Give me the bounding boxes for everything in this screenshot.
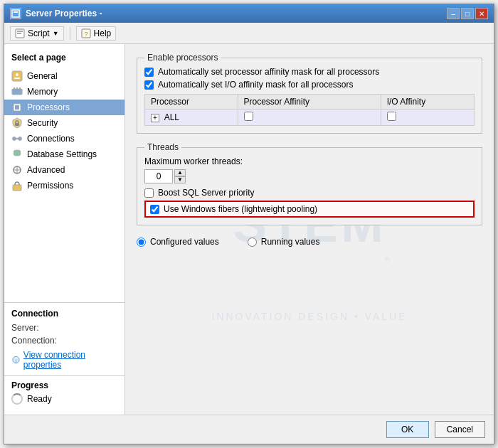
spinner-buttons: ▲ ▼ (174, 169, 186, 183)
processor-table: Processor Processor Affinity I/O Affinit… (144, 94, 475, 126)
affinity-mask-label: Automatically set processor affinity mas… (158, 67, 379, 77)
script-button[interactable]: Script ▼ (10, 26, 64, 41)
sidebar-label-memory: Memory (27, 87, 58, 97)
svg-rect-11 (14, 87, 15, 89)
spinner-up[interactable]: ▲ (174, 169, 186, 176)
server-label: Server: (11, 323, 39, 333)
sidebar-item-advanced[interactable]: Advanced (4, 162, 124, 178)
configured-radio[interactable] (137, 238, 146, 247)
sidebar-item-permissions[interactable]: Permissions (4, 178, 124, 193)
window-title: Server Properties - (26, 9, 102, 18)
svg-point-25 (14, 153, 21, 156)
svg-text:?: ? (84, 31, 88, 38)
svg-rect-12 (16, 87, 18, 89)
svg-rect-13 (19, 87, 21, 89)
title-bar: Server Properties - – □ ✕ (4, 4, 494, 23)
max-worker-spinner: ▲ ▼ (144, 169, 475, 183)
connection-label: Connection: (11, 336, 57, 346)
sidebar-label-connections: Connections (27, 134, 75, 144)
progress-title: Progress (11, 380, 117, 390)
svg-rect-1 (14, 11, 18, 13)
threads-section: Threads Maximum worker threads: ▲ ▼ Boos… (137, 142, 482, 225)
close-button[interactable]: ✕ (475, 8, 488, 19)
svg-rect-29 (13, 185, 21, 191)
script-label: Script (28, 28, 50, 38)
content-panel: STEM INNOVATION DESIGN • VALUE ® Enable … (125, 44, 494, 415)
col-io-affinity: I/O Affinity (381, 95, 474, 110)
configured-label: Configured values (150, 237, 219, 247)
svg-rect-9 (14, 78, 20, 79)
security-icon (11, 117, 23, 129)
progress-section: Progress Ready (4, 375, 124, 409)
connection-row: Connection: (11, 336, 117, 346)
proc-affinity-checkbox[interactable] (244, 112, 253, 121)
threads-fieldset: Threads Maximum worker threads: ▲ ▼ Boos… (137, 142, 482, 225)
svg-rect-10 (12, 89, 22, 95)
connection-link-label: View connection properties (23, 350, 117, 370)
sidebar-label-general: General (27, 71, 58, 81)
fibers-checkbox[interactable] (150, 205, 159, 214)
io-affinity-table-checkbox[interactable] (387, 112, 396, 121)
footer: OK Cancel (4, 415, 494, 444)
sidebar-item-general[interactable]: General (4, 68, 124, 84)
checkbox-row-io-affinity: Automatically set I/O affinity mask for … (144, 80, 475, 90)
processor-cell: + ALL (145, 110, 238, 126)
sidebar-item-memory[interactable]: Memory (4, 84, 124, 100)
sidebar-label-advanced: Advanced (27, 165, 65, 175)
sidebar-item-processors[interactable]: Processors (4, 100, 124, 115)
enable-processors-fieldset: Enable processors Automatically set proc… (137, 53, 482, 134)
watermark-sub-text: INNOVATION DESIGN • VALUE (211, 311, 407, 322)
boost-checkbox[interactable] (144, 188, 154, 198)
title-bar-left: Server Properties - (10, 8, 102, 19)
fibers-label: Use Windows fibers (lightweight pooling) (164, 204, 317, 214)
running-label: Running values (261, 237, 320, 247)
sidebar-item-security[interactable]: Security (4, 115, 124, 131)
max-worker-label: Maximum worker threads: (144, 156, 475, 166)
running-radio[interactable] (248, 238, 257, 247)
sidebar: Select a page General Memory Processors … (4, 44, 125, 415)
radio-section: Configured values Running values (137, 237, 482, 247)
server-row: Server: (11, 323, 117, 333)
io-affinity-cell (381, 110, 474, 126)
expand-button[interactable]: + (151, 114, 159, 122)
max-worker-input[interactable] (144, 169, 173, 183)
affinity-mask-checkbox[interactable] (144, 68, 154, 77)
sidebar-heading: Select a page (4, 50, 124, 68)
spinner-down[interactable]: ▼ (174, 176, 186, 183)
minimize-button[interactable]: – (447, 8, 460, 19)
sidebar-label-permissions: Permissions (27, 181, 73, 191)
cancel-button[interactable]: Cancel (435, 421, 485, 438)
col-processor-affinity: Processor Affinity (238, 95, 381, 110)
io-affinity-checkbox[interactable] (144, 80, 154, 90)
restore-button[interactable]: □ (461, 8, 474, 19)
sidebar-label-security: Security (27, 118, 58, 128)
sidebar-item-database-settings[interactable]: Database Settings (4, 146, 124, 162)
toolbar-separator (70, 27, 70, 40)
sidebar-label-database-settings: Database Settings (27, 149, 97, 159)
col-processor: Processor (145, 95, 238, 110)
db-settings-icon (11, 149, 23, 160)
view-connection-link[interactable]: i View connection properties (11, 350, 117, 370)
io-affinity-label: Automatically set I/O affinity mask for … (158, 80, 354, 90)
script-dropdown-icon[interactable]: ▼ (53, 30, 59, 37)
watermark-registered: ® (385, 255, 391, 264)
window-icon (10, 8, 21, 19)
boost-checkbox-row: Boost SQL Server priority (144, 188, 475, 198)
svg-rect-15 (15, 105, 19, 110)
sidebar-item-connections[interactable]: Connections (4, 131, 124, 146)
script-icon (15, 28, 25, 38)
help-button[interactable]: ? Help (76, 26, 117, 41)
svg-point-8 (16, 73, 18, 76)
memory-icon (11, 86, 23, 97)
boost-label: Boost SQL Server priority (158, 188, 255, 198)
checkbox-row-affinity-mask: Automatically set processor affinity mas… (144, 67, 475, 77)
permissions-icon (11, 180, 23, 191)
threads-legend: Threads (144, 142, 181, 152)
progress-status: Ready (27, 394, 52, 404)
processor-name: ALL (164, 112, 179, 122)
svg-point-18 (13, 137, 16, 141)
fibers-checkbox-row: Use Windows fibers (lightweight pooling) (144, 201, 475, 218)
main-window: Server Properties - – □ ✕ Script ▼ ? Hel… (4, 4, 494, 444)
ok-button[interactable]: OK (386, 421, 429, 438)
svg-rect-0 (12, 10, 19, 17)
